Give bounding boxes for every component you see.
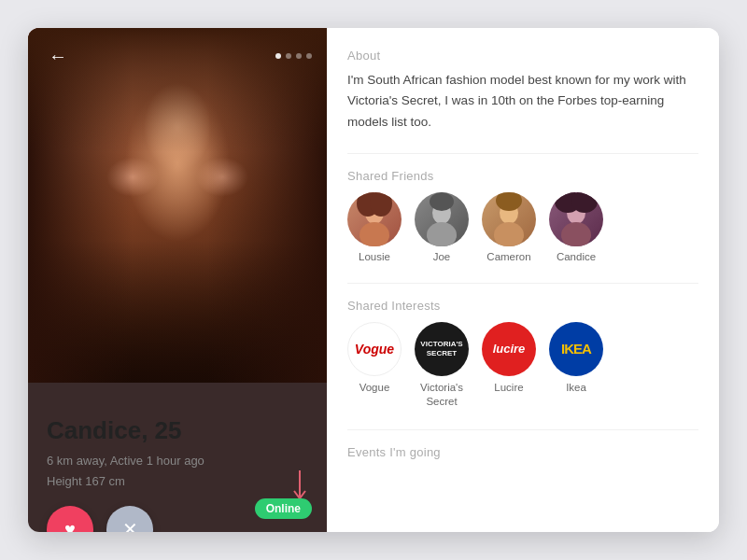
friend-item-candice: Candice (549, 192, 603, 262)
left-panel: ← Online ♥ ✕ Candice, 25 6 km away, Acti… (28, 28, 327, 532)
profile-info: Candice, 25 6 km away, Active 1 hour ago… (28, 383, 327, 509)
svg-point-6 (427, 222, 457, 246)
hair-overlay (28, 28, 327, 383)
friends-title: Shared Friends (347, 169, 698, 183)
like-button[interactable]: ♥ (47, 506, 93, 532)
divider-2 (347, 283, 698, 284)
profile-name: Candice, 25 (47, 416, 308, 445)
svg-point-7 (430, 192, 454, 211)
friend-avatar-cameron[interactable] (482, 192, 536, 246)
about-text: I'm South African fashion model best kno… (347, 70, 698, 133)
friends-section: Shared Friends Lousie (347, 169, 698, 262)
interest-icon-vogue[interactable]: Vogue (347, 322, 402, 376)
dot-4[interactable] (306, 53, 312, 59)
interest-item-vs: VICTORIA'S SECRET Victoria'sSecret (415, 322, 469, 409)
interest-name-lucire: Lucire (494, 381, 523, 395)
friend-name-candice: Candice (557, 251, 596, 262)
app-container: ← Online ♥ ✕ Candice, 25 6 km away, Acti… (28, 28, 719, 532)
svg-point-9 (494, 222, 524, 246)
top-bar: ← (28, 41, 327, 71)
friend-name-lousie: Lousie (359, 251, 390, 262)
dot-2[interactable] (286, 53, 291, 59)
action-buttons: ♥ ✕ (47, 506, 153, 532)
friend-avatar-candice[interactable] (549, 192, 603, 246)
friend-name-cameron: Cameron (486, 251, 530, 262)
profile-distance: 6 km away, Active 1 hour ago (47, 451, 308, 471)
interest-name-vs: Victoria'sSecret (420, 381, 463, 409)
interests-row: Vogue Vogue VICTORIA'S SECRET Victoria's… (347, 322, 698, 409)
interest-icon-ikea[interactable]: IKEA (549, 322, 603, 376)
right-panel: About I'm South African fashion model be… (327, 28, 719, 532)
interest-item-vogue: Vogue Vogue (347, 322, 402, 409)
profile-photo (28, 28, 327, 383)
friend-name-joe: Joe (433, 251, 451, 262)
svg-point-2 (359, 222, 389, 246)
friends-row: Lousie Joe (347, 192, 698, 262)
friend-item-cameron: Cameron (482, 192, 536, 262)
events-title: Events I'm going (347, 445, 698, 459)
friend-item-lousie: Lousie (347, 192, 402, 262)
svg-point-10 (496, 192, 522, 211)
friend-avatar-lousie[interactable] (347, 192, 402, 246)
back-button[interactable]: ← (43, 41, 73, 71)
dot-3[interactable] (296, 53, 302, 59)
svg-point-12 (561, 222, 591, 246)
back-arrow-icon: ← (49, 46, 67, 67)
dislike-button[interactable]: ✕ (106, 506, 153, 532)
interest-icon-vs[interactable]: VICTORIA'S SECRET (415, 322, 469, 376)
friend-avatar-joe[interactable] (415, 192, 469, 246)
interest-name-vogue: Vogue (359, 381, 390, 395)
interests-title: Shared Interests (347, 299, 698, 313)
interest-item-ikea: IKEA Ikea (549, 322, 603, 409)
friend-item-joe: Joe (415, 192, 469, 262)
events-section: Events I'm going (347, 445, 698, 459)
online-badge: Online (255, 498, 312, 519)
divider-3 (347, 429, 698, 430)
interest-item-lucire: lucire Lucire (482, 322, 536, 409)
about-title: About (347, 49, 698, 63)
divider-1 (347, 153, 698, 154)
dot-1[interactable] (275, 53, 281, 59)
interest-name-ikea: Ikea (566, 381, 586, 395)
photo-dots (275, 53, 312, 59)
profile-height: Height 167 cm (47, 471, 308, 492)
interest-icon-lucire[interactable]: lucire (482, 322, 536, 376)
interests-section: Shared Interests Vogue Vogue VICTORIA'S … (347, 299, 698, 409)
